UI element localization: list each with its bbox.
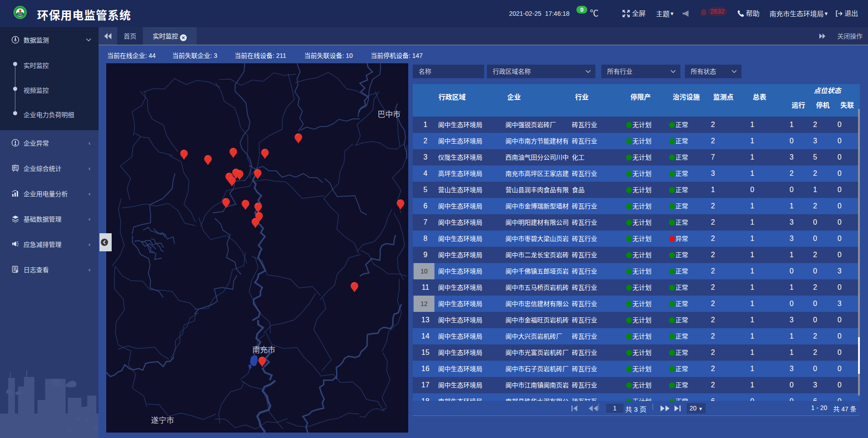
svg-text:巴中市: 巴中市 [377, 110, 401, 119]
svg-text:遂宁市: 遂宁市 [151, 416, 174, 425]
svg-text:南充市: 南充市 [252, 346, 275, 354]
